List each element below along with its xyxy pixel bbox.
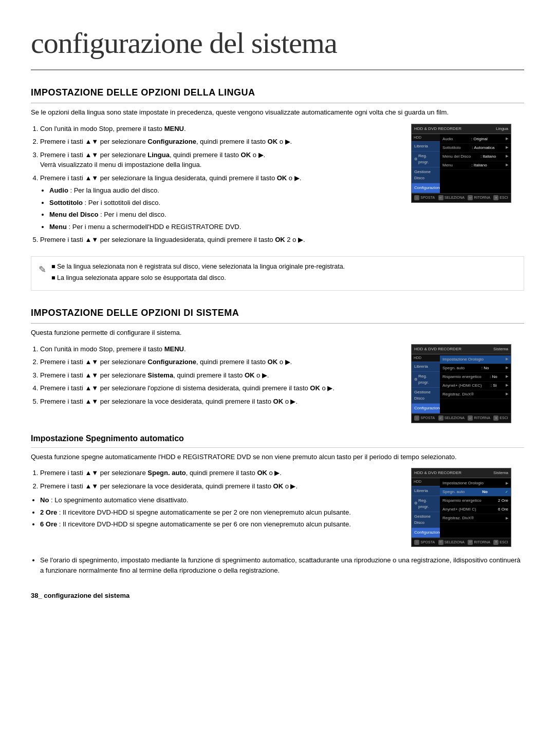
ui-row-sottotitolo: Sottotitolo : Automatica ▶ [440,144,511,153]
ui-row-divx-sub: Registraz. DivX® ▶ [440,514,511,523]
subsection-steps: Premere i tasti ▲▼ per selezionare Spegn… [31,468,401,547]
ui-nav-regprogr-s2: ⚙Reg. progr. [412,372,440,388]
ui-row-risparmio-sub: Risparmio energetico 2 Ore [440,497,511,505]
ui-row-audio: Audio : Original ▶ [440,135,511,144]
ui-nav-hdd-sub: HDD [412,478,440,486]
ui-header-left-s2: HDD & DVD RECORDER [414,346,461,352]
ui-nav-libreria-s2: Libreria [412,362,440,372]
bullet-item: Menu : Per i menu a schermodell'HDD e RE… [49,222,401,232]
step-item: Con l'unità in modo Stop, premere il tas… [40,344,401,354]
section-sistema-steps: Con l'unità in modo Stop, premere il tas… [31,344,401,423]
ui-header-left: HDD & DVD RECORDER [414,126,461,132]
step-item: Premere i tasti ▲▼ per selezionare la vo… [40,481,401,492]
ui-footer-sistema: ↕SPOSTA ↵SELEZIONA ↩RITORNA ✕ESCI [412,413,511,423]
steps-list-spegnimento: Premere i tasti ▲▼ per selezionare Spegn… [31,468,401,491]
ui-nav-configurazione: Configurazione [412,183,440,193]
bullets-spegnimento: No : Lo spegnimento automatico viene dis… [31,495,401,530]
step-item: Premere i tasti ▲▼ per selezionare Lingu… [40,150,401,170]
section-lingua: IMPOSTAZIONE DELLE OPZIONI DELLA LINGUA … [31,86,524,291]
step-item: Premere i tasti ▲▼ per selezionare l'opz… [40,383,401,393]
ui-row-spegnauto-sub: Spegn. auto No ✓ [440,488,511,497]
ui-header-right: Lingua [496,126,508,132]
bullet-item: Menu del Disco : Per i menu del disco. [49,210,401,220]
step-item: Premere i tasti ▲▼ per selezionare la li… [40,235,401,245]
final-note-list: Se l'orario di spegnimento, impostato me… [31,555,524,575]
ui-footer-lingua: ↕SPOSTA ↵SELEZIONA ↩RITORNA ✕ESCI [412,193,511,202]
bullet-item: Audio : Per la lingua audio del disco. [49,185,401,196]
steps-list-sistema: Con l'unità in modo Stop, premere il tas… [31,344,401,407]
section-sistema-title: IMPOSTAZIONE DELLE OPZIONI DI SISTEMA [31,306,524,324]
ui-nav-configurazione-s2: Configurazione [412,404,440,413]
ui-row-divx: Registraz. DivX® ▶ [440,390,511,399]
ui-row-anynet: Anynet+ (HDMI CEC) : Sì ▶ [440,382,511,390]
ui-row-spegnauto: Spegn. auto : No ▶ [440,364,511,373]
step-item: Premere i tasti ▲▼ per selezionare Spegn… [40,468,401,478]
ui-nav-libreria-sub: Libreria [412,486,440,496]
ui-nav-libreria: Libreria [412,142,440,152]
step-item: Premere i tasti ▲▼ per selezionare Confi… [40,357,401,367]
section-lingua-intro: Se le opzioni della lingua sono state im… [31,107,524,118]
ui-nav-gestione-sub: Gestione Disco [412,512,440,528]
bullet-item: Sottotitolo : Per i sottotitoli del disc… [49,198,401,208]
ui-row-menudisco: Menu del Disco : Italiano ▶ [440,153,511,161]
step-item: Premere i tasti ▲▼ per selezionare Confi… [40,137,401,147]
ui-nav-gestione: Gestione Disco [412,167,440,183]
section-sistema-intro: Questa funzione permette di configurare … [31,328,524,338]
section-sistema: IMPOSTAZIONE DELLE OPZIONI DI SISTEMA Qu… [31,306,524,575]
bullet-2ore: 2 Ore : Il ricevitore DVD-HDD si spegne … [40,507,401,518]
bullet-no: No : Lo spegnimento automatico viene dis… [40,495,401,505]
ui-nav-regprogr: ⚙Reg. progr. [412,152,440,167]
subsection-spegnimento: Impostazione Spegnimento automatico Ques… [31,432,524,576]
page-footer: 38_ configurazione del sistema [31,591,524,601]
ui-nav-gestione-s2: Gestione Disco [412,388,440,404]
step-item: Premere i tasti ▲▼ per selezionare la vo… [40,396,401,407]
subsection-title: Impostazione Spegnimento automatico [31,432,524,448]
ui-nav-hdd: HDD [412,134,440,142]
subsection-intro: Questa funzione spegne automaticamente l… [31,452,524,462]
ui-screen-lingua: HDD & DVD RECORDER Lingua HDD Libreria ⚙… [411,124,514,248]
note-content: ■ Se la lingua selezionata non è registr… [51,262,516,286]
ui-row-risparmio: Risparmio energetico : No ▶ [440,373,511,382]
note-box-lingua: ✎ ■ Se la lingua selezionata non è regis… [31,256,524,291]
bullets-lingua: Audio : Per la lingua audio del disco. S… [40,185,401,232]
ui-row-orologio: Impostazione Orologio ▶ [440,355,511,364]
step-item: Con l'unità in modo Stop, premere il tas… [40,124,401,134]
ui-screen-sistema: HDD & DVD RECORDER Sistema HDD Libreria … [411,344,514,423]
ui-row-orologio-sub: Impostazione Orologio ▶ [440,479,511,488]
section-lingua-title: IMPOSTAZIONE DELLE OPZIONI DELLA LINGUA [31,86,524,103]
note-text-2: ■ La lingua selezionata appare solo se è… [51,273,516,283]
note-text-1: ■ Se la lingua selezionata non è registr… [51,262,516,272]
ui-nav-hdd-s2: HDD [412,354,440,363]
bullet-6ore: 6 Ore : Il ricevitore DVD-HDD si spegne … [40,519,401,530]
ui-screen-spegnimento: HDD & DVD RECORDER Sistema HDD Libreria … [411,468,514,547]
final-note-item: Se l'orario di spegnimento, impostato me… [40,555,524,575]
step-item: Premere i tasti ▲▼ per selezionare Siste… [40,370,401,381]
ui-header-right-sub: Sistema [493,470,508,476]
section-lingua-steps: Con l'unità in modo Stop, premere il tas… [31,124,401,248]
steps-list-lingua: Con l'unità in modo Stop, premere il tas… [31,124,401,245]
subsection-content: Premere i tasti ▲▼ per selezionare Spegn… [31,468,524,547]
ui-nav-regprogr-sub: ⚙Reg. progr. [412,496,440,512]
section-lingua-content: Con l'unità in modo Stop, premere il tas… [31,124,524,248]
ui-header-right-s2: Sistema [493,346,508,352]
step-item: Premere i tasti ▲▼ per selezionare la li… [40,173,401,232]
ui-row-menu: Menu : Italiano ▶ [440,161,511,170]
ui-header-left-sub: HDD & DVD RECORDER [414,470,461,476]
ui-row-anynet-sub: Anynet+ (HDMI C) 6 Ore [440,505,511,514]
section-sistema-content: Con l'unità in modo Stop, premere il tas… [31,344,524,423]
ui-footer-spegnimento: ↕SPOSTA ↵SELEZIONA ↩RITORNA ✕ESCI [412,538,511,547]
page-title: configurazione del sistema [31,21,524,70]
note-icon: ✎ [39,263,46,277]
ui-nav-configurazione-sub: Configurazione [412,528,440,538]
